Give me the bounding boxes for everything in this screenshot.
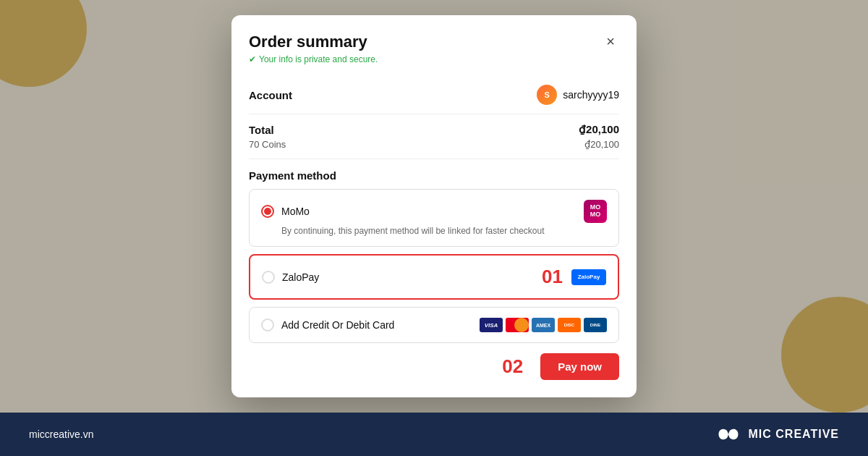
momo-logo: MOMO [584,200,607,223]
zalopay-radio[interactable] [262,271,275,284]
account-name: sarchyyyy19 [563,89,619,101]
zalopay-row: ZaloPay 01 ZaloPay [262,266,606,288]
footer-bar: miccreative.vn MIC CREATIVE [0,413,868,456]
visa-logo: VISA [480,318,503,332]
annotation-02: 02 [502,355,523,378]
zalopay-logo: ZaloPay [571,269,606,285]
payment-option-momo[interactable]: MoMo MOMO By continuing, this payment me… [249,189,619,247]
account-row: Account S sarchyyyy19 [249,76,619,114]
shield-icon: ✔ [249,54,256,64]
modal-overlay: Order summary × ✔ Your info is private a… [0,0,868,413]
card-logos: VISA AMEX DISC DINE [480,318,607,332]
total-amount: ₫20,100 [579,123,619,136]
modal-header: Order summary × ✔ Your info is private a… [231,15,637,64]
momo-row: MoMo MOMO [261,200,607,223]
zalopay-name: ZaloPay [282,271,319,283]
payment-option-card[interactable]: Add Credit Or Debit Card VISA AMEX DISC … [249,307,619,343]
diners-logo: DINE [584,318,607,332]
order-summary-modal: Order summary × ✔ Your info is private a… [231,15,637,397]
discover-logo: DISC [558,318,581,332]
annotation-01: 01 [542,266,563,288]
footer-brand-name: MIC CREATIVE [749,428,839,441]
pay-now-button[interactable]: Pay now [540,353,619,380]
payment-section-title: Payment method [249,159,619,189]
momo-radio[interactable] [261,205,274,218]
zalopay-left: ZaloPay [262,271,319,284]
card-left: Add Credit Or Debit Card [261,318,394,332]
account-info: S sarchyyyy19 [537,85,619,105]
momo-name: MoMo [281,206,310,217]
modal-body: Account S sarchyyyy19 Total ₫20,100 70 C… [231,64,637,397]
avatar: S [537,85,557,105]
payment-option-zalopay[interactable]: ZaloPay 01 ZaloPay [249,254,619,300]
card-radio[interactable] [261,318,274,332]
close-button[interactable]: × [599,30,622,53]
total-label: Total [249,124,274,136]
modal-footer: 02 Pay now [249,350,619,380]
mic-creative-logo-icon [715,426,741,443]
footer-brand: MIC CREATIVE [715,426,839,443]
account-label: Account [249,89,292,101]
modal-title: Order summary [249,33,619,51]
total-row: Total ₫20,100 [249,114,619,139]
momo-subtitle: By continuing, this payment method will … [281,226,607,236]
footer-website: miccreative.vn [29,428,93,440]
secure-indicator: ✔ Your info is private and secure. [249,54,619,64]
radio-inner [264,208,271,215]
secure-text: Your info is private and secure. [259,54,378,64]
card-name: Add Credit Or Debit Card [281,319,394,331]
coins-row: 70 Coins ₫20,100 [249,139,619,159]
card-row: Add Credit Or Debit Card VISA AMEX DISC … [261,318,607,332]
coins-amount: ₫20,100 [584,139,619,150]
mastercard-logo [506,318,529,332]
amex-logo: AMEX [532,318,555,332]
coins-label: 70 Coins [249,139,286,150]
momo-left: MoMo [261,205,310,218]
